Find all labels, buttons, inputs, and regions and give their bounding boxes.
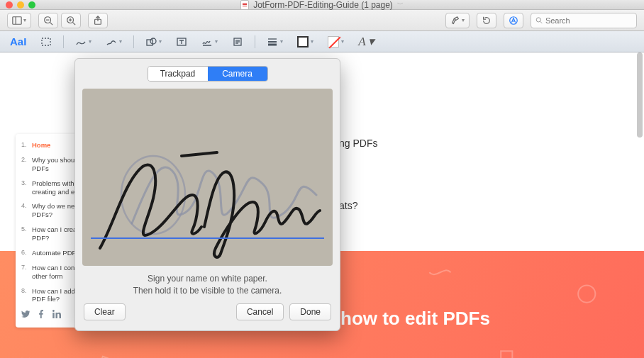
document-viewport: ng PDFs ats? how to edit PDFs Home Why y…: [0, 52, 644, 358]
signature-instructions: Sign your name on white paper. Then hold…: [82, 273, 333, 298]
text-selection-tool[interactable]: AaI: [7, 34, 29, 49]
draw-tool[interactable]: ▾: [103, 35, 125, 49]
textbox-tool[interactable]: [173, 35, 190, 49]
page-text-fragment: ng PDFs: [339, 138, 377, 149]
svg-rect-0: [13, 16, 21, 24]
window-titlebar: JotForm-PDF-Editing-Guide (1 page) ﹀: [0, 0, 644, 10]
svg-rect-13: [42, 38, 50, 45]
shapes-tool[interactable]: ▾: [143, 35, 165, 49]
close-window-button[interactable]: [6, 1, 13, 9]
markup-toolbar: AaI ▾ ▾ ▾ ▾ ▾ ▾ ▾ A▾: [0, 31, 644, 52]
svg-rect-14: [147, 40, 152, 45]
markup-toolbar-button[interactable]: [504, 13, 523, 28]
window-title: JotForm-PDF-Editing-Guide (1 page): [253, 0, 393, 10]
done-button[interactable]: Done: [289, 303, 331, 320]
line-style-tool[interactable]: ▾: [264, 35, 286, 49]
page-text-fragment: ats?: [339, 200, 357, 211]
cancel-button[interactable]: Cancel: [236, 303, 284, 320]
signature-source-segmented-control: Trackpad Camera: [148, 66, 268, 82]
facebook-icon[interactable]: [37, 310, 45, 320]
svg-point-28: [578, 285, 595, 302]
document-icon: [240, 0, 249, 10]
zoom-in-button[interactable]: [61, 13, 81, 28]
search-input[interactable]: [545, 16, 632, 25]
zoom-out-button[interactable]: [38, 13, 58, 28]
search-field[interactable]: [531, 13, 637, 28]
camera-tab[interactable]: Camera: [208, 67, 267, 81]
trackpad-tab[interactable]: Trackpad: [148, 67, 208, 81]
share-button[interactable]: [88, 13, 108, 28]
fill-color-tool[interactable]: ▾: [325, 35, 347, 49]
signature-popover: Trackpad Camera Sign your name on white …: [74, 58, 340, 331]
note-tool[interactable]: [229, 35, 246, 49]
svg-point-11: [536, 18, 540, 22]
minimize-window-button[interactable]: [17, 1, 24, 9]
border-color-tool[interactable]: ▾: [294, 35, 316, 49]
main-toolbar: ▾ ▾: [0, 10, 644, 31]
sign-tool[interactable]: ▾: [199, 35, 221, 49]
highlight-button[interactable]: ▾: [445, 13, 470, 28]
rotate-button[interactable]: [477, 13, 496, 28]
rect-selection-tool[interactable]: [38, 35, 55, 49]
svg-line-6: [73, 22, 76, 25]
vertical-scrollbar[interactable]: [637, 52, 643, 138]
signature-camera-preview: [82, 89, 333, 266]
banner-headline: how to edit PDFs: [340, 308, 490, 330]
linkedin-icon[interactable]: [52, 310, 61, 320]
clear-button[interactable]: Clear: [84, 303, 126, 320]
text-style-tool[interactable]: A▾: [355, 33, 377, 50]
title-dropdown-chevron-icon[interactable]: ﹀: [397, 0, 404, 9]
svg-point-15: [150, 38, 156, 44]
fullscreen-window-button[interactable]: [28, 1, 35, 9]
sketch-tool[interactable]: ▾: [72, 35, 94, 49]
sidebar-toggle-button[interactable]: ▾: [7, 13, 31, 28]
svg-line-3: [50, 22, 53, 25]
svg-rect-27: [501, 351, 512, 358]
signature-baseline: [91, 237, 324, 239]
search-icon: [535, 16, 543, 24]
svg-line-12: [540, 21, 542, 23]
twitter-icon[interactable]: [21, 310, 30, 320]
